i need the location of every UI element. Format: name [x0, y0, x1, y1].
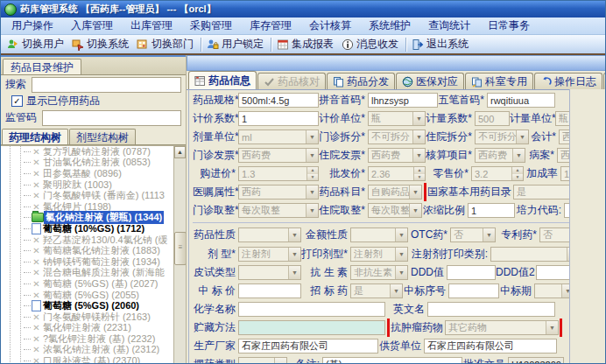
chevron-down-icon[interactable]: ▼	[512, 149, 525, 162]
toolbar-button-report[interactable]: 集成报表	[274, 36, 339, 52]
tab-drug-catalog-maintenance[interactable]: 药品目录维护	[3, 59, 81, 74]
menu-item-3[interactable]: 出库管理	[122, 17, 181, 35]
form-select[interactable]: 非抗生素▼	[350, 265, 408, 280]
menu-item-8[interactable]: 查询统计	[419, 17, 479, 35]
spin-up-icon[interactable]: ▲	[307, 167, 318, 174]
form-select[interactable]: ▼	[238, 228, 301, 242]
form-select[interactable]: 注射剂▼	[350, 247, 408, 262]
tab-pharmacology-tree[interactable]: 药理结构树	[2, 129, 68, 144]
form-select[interactable]: 西药费▼	[559, 130, 569, 144]
toolbar-button-message[interactable]: 消息收发	[339, 36, 404, 52]
form-select[interactable]: 西药费▼	[368, 148, 426, 163]
form-select[interactable]: 否▼	[450, 228, 496, 242]
toolbar-button-user-lock[interactable]: 用户锁定	[204, 36, 269, 52]
chevron-down-icon[interactable]: ▼	[412, 112, 425, 125]
form-select[interactable]: 注射剂▼	[238, 247, 301, 262]
form-spinner[interactable]: 1.3▲▼	[238, 166, 319, 181]
form-select[interactable]: 是▼	[350, 284, 403, 298]
chevron-down-icon[interactable]: ▼	[306, 186, 318, 199]
menu-item-5[interactable]: 库存管理	[241, 17, 300, 35]
form-spinner[interactable]: 1.46▲▼	[560, 166, 569, 181]
toolbar-button-switch-user[interactable]: 切换用户	[4, 36, 69, 52]
chevron-down-icon[interactable]: ▼	[395, 266, 407, 279]
spinner-buttons[interactable]: ▲▼	[511, 167, 523, 180]
form-select[interactable]: 西药费▼	[557, 148, 569, 163]
form-spinner[interactable]: 3.2▲▼	[471, 166, 524, 181]
scroll-thumb[interactable]	[174, 232, 186, 265]
chevron-down-icon[interactable]: ▼	[395, 248, 407, 261]
search-input[interactable]	[32, 77, 181, 93]
form-select[interactable]: 每次取整▼	[238, 203, 319, 218]
form-select[interactable]: ▼	[534, 284, 569, 298]
form-select[interactable]: ▼	[238, 357, 287, 364]
chevron-down-icon[interactable]: ▼	[409, 186, 421, 199]
chevron-down-icon[interactable]: ▼	[306, 149, 318, 162]
form-input[interactable]: 石家庄四药有限公司	[238, 339, 378, 354]
chevron-down-icon[interactable]: ▼	[561, 284, 569, 298]
menu-item-7[interactable]: 系统维护	[360, 17, 419, 35]
spin-up-icon[interactable]: ▲	[414, 167, 425, 174]
chevron-down-icon[interactable]: ▼	[412, 149, 425, 162]
chevron-down-icon[interactable]: ▼	[306, 130, 318, 144]
main-tab-科室专用[interactable]: 科室专用	[465, 73, 533, 89]
form-select[interactable]: 其它药物▼	[445, 320, 559, 335]
form-input[interactable]: 500ml:4.5g	[238, 93, 319, 108]
menu-item-4[interactable]: 采购管理	[181, 17, 241, 35]
form-spinner[interactable]: 2.36▲▼	[368, 166, 426, 181]
form-input[interactable]	[448, 284, 499, 298]
main-tab-药品核对[interactable]: 药品核对	[257, 73, 326, 89]
spinner-buttons[interactable]: ▲▼	[307, 167, 318, 180]
form-input[interactable]	[447, 265, 496, 280]
form-select[interactable]: 西药费▼	[238, 148, 319, 163]
form-input[interactable]: 石家庄四药有限公司	[424, 339, 557, 354]
form-select[interactable]: 不可拆分▼	[368, 130, 426, 144]
chevron-down-icon[interactable]: ▼	[567, 248, 569, 261]
toolbar-button-exit[interactable]: 退出系统	[409, 36, 474, 52]
toolbar-button-switch-dept[interactable]: 切换部门	[134, 36, 199, 52]
menu-item-1[interactable]: 用户操作	[3, 17, 62, 35]
form-input[interactable]: lhnzsysp	[368, 93, 438, 108]
toolbar-button-switch-system[interactable]: 切换系统	[69, 36, 134, 52]
chevron-down-icon[interactable]: ▼	[516, 130, 528, 144]
form-input[interactable]	[238, 284, 301, 298]
form-input[interactable]	[536, 265, 569, 280]
tab-dosage-form-tree[interactable]: 剂型结构树	[69, 129, 136, 144]
menu-item-9[interactable]: 日常事务	[479, 17, 539, 35]
form-input[interactable]	[238, 320, 385, 335]
menu-item-2[interactable]: 入库管理	[62, 17, 122, 35]
form-input[interactable]: 1	[238, 111, 319, 126]
menu-item-6[interactable]: 会计核算	[300, 17, 360, 35]
regcode-input[interactable]	[42, 110, 181, 126]
tree-scrollbar[interactable]: ▲	[173, 146, 186, 364]
form-select[interactable]: ▼	[350, 228, 408, 242]
form-select[interactable]: 西药▼	[238, 185, 319, 200]
chevron-down-icon[interactable]: ▼	[546, 321, 558, 334]
form-input[interactable]	[427, 302, 555, 317]
form-select[interactable]: 瓶▼	[368, 111, 426, 126]
chevron-down-icon[interactable]: ▼	[288, 266, 300, 279]
form-input[interactable]: 500	[475, 111, 510, 126]
show-disabled-checkbox[interactable]: ✓	[11, 95, 23, 107]
form-input[interactable]: H13023200	[508, 357, 564, 364]
chevron-down-icon[interactable]: ▼	[288, 228, 300, 242]
form-select[interactable]: ▼	[490, 247, 569, 262]
spinner-buttons[interactable]: ▲▼	[413, 167, 425, 180]
main-tab-操作日志[interactable]: 操作日志	[534, 73, 602, 89]
chevron-down-icon[interactable]: ▼	[288, 248, 300, 261]
chevron-down-icon[interactable]: ▼	[306, 204, 318, 217]
form-input[interactable]	[238, 302, 385, 317]
scroll-up-icon[interactable]: ▲	[174, 146, 186, 158]
form-input[interactable]	[564, 203, 569, 218]
form-select[interactable]: ml▼	[238, 130, 319, 144]
form-select[interactable]: 自购药品▼	[368, 185, 422, 200]
form-select[interactable]: 每次取整▼	[368, 203, 422, 218]
chevron-down-icon[interactable]: ▼	[483, 228, 495, 242]
chevron-down-icon[interactable]: ▼	[274, 358, 286, 364]
form-input[interactable]: (基)	[322, 357, 462, 364]
tree-item[interactable]: ✕口服补液盐 (基) (2370)	[1, 355, 174, 364]
chevron-down-icon[interactable]: ▼	[395, 228, 407, 242]
form-select[interactable]: 瓶▼	[555, 111, 569, 126]
form-select[interactable]: 是▼	[513, 185, 569, 200]
form-select[interactable]: 西药费▼	[475, 148, 525, 163]
spin-down-icon[interactable]: ▼	[414, 174, 425, 181]
